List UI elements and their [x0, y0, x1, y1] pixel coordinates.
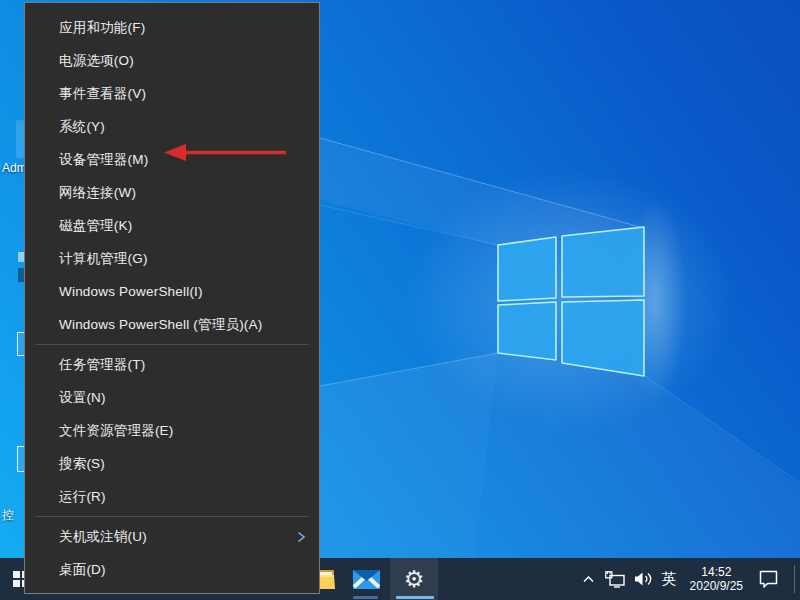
clock[interactable]: 14:52 2020/9/25 [682, 558, 751, 600]
settings-button[interactable]: ⚙ [390, 558, 438, 600]
menu-item[interactable]: 磁盘管理(K) [25, 209, 319, 242]
mail-icon [352, 568, 381, 591]
menu-item[interactable]: Windows PowerShell(I) [25, 275, 319, 308]
menu-item-label: 文件资源管理器(E) [59, 422, 307, 440]
desktop-icon-fragment[interactable] [16, 120, 24, 158]
menu-separator [35, 516, 309, 517]
menu-item-label: 网络连接(W) [59, 184, 307, 202]
menu-item-label: 设置(N) [59, 389, 307, 407]
menu-item-label: 磁盘管理(K) [59, 217, 307, 235]
menu-item-label: Windows PowerShell (管理员)(A) [59, 316, 307, 334]
red-arrow-annotation [162, 140, 288, 165]
menu-item[interactable]: 事件查看器(V) [25, 77, 319, 110]
volume-tray-button[interactable] [629, 558, 657, 600]
menu-item-label: 关机或注销(U) [59, 528, 295, 546]
menu-item[interactable]: 运行(R) [25, 480, 319, 513]
mail-open-indicator [353, 596, 378, 599]
speaker-icon [634, 571, 652, 587]
menu-item-label: 任务管理器(T) [59, 356, 307, 374]
menu-item[interactable]: 文件资源管理器(E) [25, 414, 319, 447]
desktop-icon-label-administrator[interactable]: Adm [2, 161, 27, 175]
menu-item-label: 系统(Y) [59, 118, 307, 136]
menu-item-label: 搜索(S) [59, 455, 307, 473]
menu-item-label: 事件查看器(V) [59, 85, 307, 103]
menu-item[interactable]: 任务管理器(T) [25, 348, 319, 381]
menu-item[interactable]: 设置(N) [25, 381, 319, 414]
notification-bubble-icon [759, 570, 778, 588]
menu-item[interactable]: 计算机管理(G) [25, 242, 319, 275]
action-center-button[interactable] [751, 558, 785, 600]
menu-item-label: 计算机管理(G) [59, 250, 307, 268]
menu-item-label: 应用和功能(F) [59, 19, 307, 37]
tray-date: 2020/9/25 [690, 579, 743, 593]
menu-item[interactable]: 应用和功能(F) [25, 11, 319, 44]
gear-icon: ⚙ [404, 568, 425, 591]
menu-item[interactable]: 关机或注销(U) [25, 520, 319, 553]
menu-item[interactable]: 桌面(D) [25, 553, 319, 586]
settings-active-indicator [396, 596, 434, 599]
show-hidden-icons-button[interactable] [577, 558, 601, 600]
menu-separator [35, 344, 309, 345]
ethernet-icon [605, 571, 625, 588]
menu-item-label: 运行(R) [59, 488, 307, 506]
menu-item[interactable]: 搜索(S) [25, 447, 319, 480]
menu-item-label: 桌面(D) [59, 561, 307, 579]
menu-item[interactable]: Windows PowerShell (管理员)(A) [25, 308, 319, 341]
show-desktop-button[interactable] [795, 558, 800, 600]
desktop-icon-label-control-panel[interactable]: 控 [2, 507, 14, 524]
menu-item-label: 电源选项(O) [59, 52, 307, 70]
chevron-right-icon [295, 531, 307, 543]
chevron-up-icon [583, 575, 594, 583]
winx-menu: 应用和功能(F)电源选项(O)事件查看器(V)系统(Y)设备管理器(M)网络连接… [24, 2, 320, 594]
ime-indicator[interactable]: 英 [657, 558, 682, 600]
network-tray-button[interactable] [601, 558, 629, 600]
menu-item[interactable]: 系统(Y) [25, 110, 319, 143]
menu-item[interactable]: 网络连接(W) [25, 176, 319, 209]
menu-item-label: Windows PowerShell(I) [59, 284, 307, 299]
mail-button[interactable] [344, 558, 388, 600]
tray-time: 14:52 [701, 565, 731, 579]
menu-item[interactable]: 电源选项(O) [25, 44, 319, 77]
system-tray: 英 14:52 2020/9/25 [577, 558, 800, 600]
